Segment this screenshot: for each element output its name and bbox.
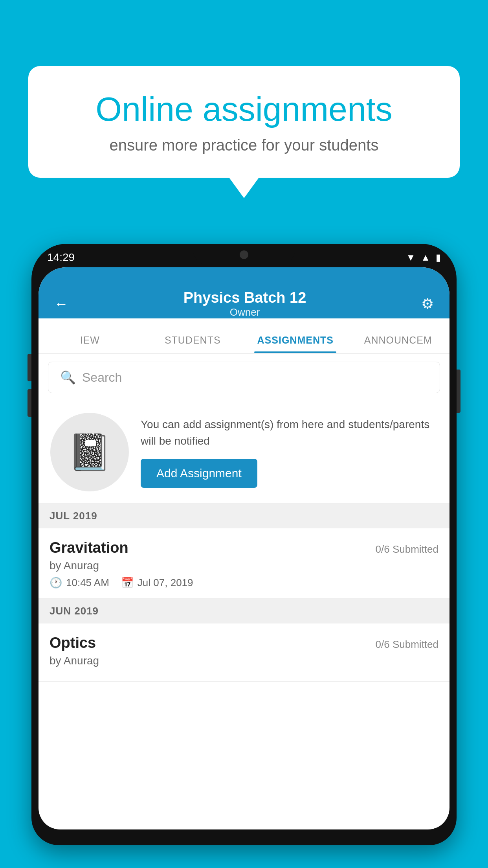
gear-icon[interactable]: ⚙	[421, 296, 434, 312]
speech-bubble-container: Online assignments ensure more practice …	[28, 66, 460, 178]
phone-volume-up-button	[28, 354, 31, 381]
info-text-section: You can add assignment(s) from here and …	[141, 416, 438, 488]
add-assignment-button[interactable]: Add Assignment	[141, 459, 257, 488]
status-icons: ▼ ▲ ▮	[406, 252, 441, 263]
assignment-date-gravitation: 📅 Jul 07, 2019	[121, 577, 193, 589]
info-description: You can add assignment(s) from here and …	[141, 416, 438, 449]
assignment-submitted-optics: 0/6 Submitted	[376, 638, 438, 651]
assignment-name-gravitation: Gravitation	[50, 539, 128, 556]
phone-volume-down-button	[28, 389, 31, 417]
bubble-subtitle: ensure more practice for your students	[60, 136, 428, 154]
phone-power-button	[457, 370, 460, 413]
section-header-jul-2019: JUL 2019	[39, 504, 449, 528]
tab-iew[interactable]: IEW	[39, 335, 141, 353]
assignment-time-gravitation: 🕐 10:45 AM	[50, 577, 109, 589]
assignment-author-gravitation: by Anurag	[50, 559, 438, 572]
bubble-title: Online assignments	[60, 90, 428, 129]
header-title: Physics Batch 12	[183, 289, 306, 306]
assignment-name-optics: Optics	[50, 634, 96, 651]
tab-assignments[interactable]: ASSIGNMENTS	[244, 335, 347, 353]
section-header-jun-2019: JUN 2019	[39, 599, 449, 623]
header-subtitle: Owner	[183, 306, 306, 318]
header-center: Physics Batch 12 Owner	[183, 289, 306, 318]
search-icon: 🔍	[60, 370, 76, 385]
wifi-icon: ▼	[406, 252, 415, 263]
search-placeholder: Search	[82, 370, 122, 385]
assignment-author-optics: by Anurag	[50, 655, 438, 667]
signal-icon: ▲	[421, 252, 430, 263]
assignment-submitted-gravitation: 0/6 Submitted	[376, 543, 438, 555]
speech-bubble: Online assignments ensure more practice …	[28, 66, 460, 178]
phone-screen: ← Physics Batch 12 Owner ⚙ IEW STUDENTS …	[39, 267, 449, 829]
tab-announcements[interactable]: ANNOUNCEM	[347, 335, 450, 353]
assignment-row1: Gravitation 0/6 Submitted	[50, 539, 438, 556]
search-bar[interactable]: 🔍 Search	[48, 362, 440, 393]
assignment-item-gravitation[interactable]: Gravitation 0/6 Submitted by Anurag 🕐 10…	[39, 528, 449, 599]
phone-container: 14:29 ▼ ▲ ▮ ← Physics Batch 12 Owner ⚙	[31, 244, 457, 868]
notebook-icon: 📓	[68, 432, 112, 473]
battery-icon: ▮	[436, 252, 441, 263]
back-button[interactable]: ←	[54, 296, 68, 312]
assignment-meta-gravitation: 🕐 10:45 AM 📅 Jul 07, 2019	[50, 577, 438, 589]
assignment-row1-optics: Optics 0/6 Submitted	[50, 634, 438, 651]
notebook-icon-wrap: 📓	[50, 413, 129, 491]
app-header: ← Physics Batch 12 Owner ⚙	[39, 267, 449, 318]
status-time: 14:29	[47, 251, 75, 264]
phone-frame: 14:29 ▼ ▲ ▮ ← Physics Batch 12 Owner ⚙	[31, 244, 457, 845]
search-container: 🔍 Search	[39, 354, 449, 401]
calendar-icon: 📅	[121, 577, 134, 589]
tab-students[interactable]: STUDENTS	[141, 335, 244, 353]
camera-dot	[240, 250, 248, 259]
clock-icon: 🕐	[50, 577, 62, 589]
tabs-container: IEW STUDENTS ASSIGNMENTS ANNOUNCEM	[39, 318, 449, 354]
assignment-item-optics[interactable]: Optics 0/6 Submitted by Anurag	[39, 623, 449, 682]
info-card: 📓 You can add assignment(s) from here an…	[39, 401, 449, 504]
phone-notch	[193, 244, 295, 265]
